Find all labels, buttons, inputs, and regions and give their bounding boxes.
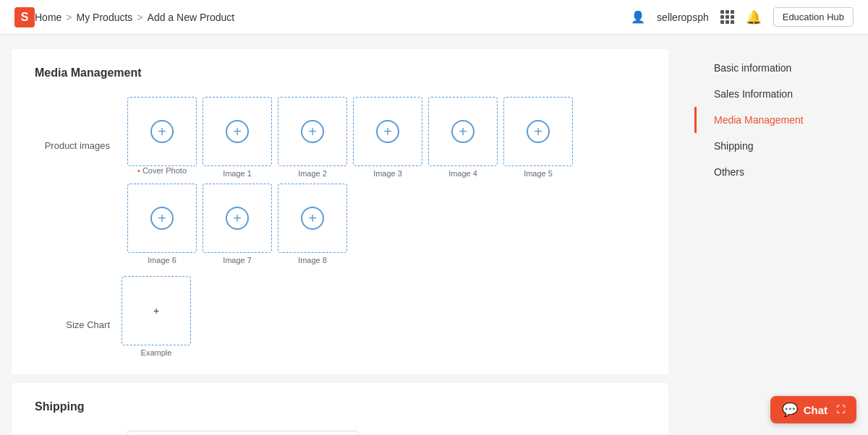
- size-chart-example-label: Example: [141, 348, 172, 357]
- logo: S: [14, 7, 35, 27]
- image-3-plus-icon: +: [376, 120, 399, 143]
- breadcrumb-home[interactable]: Home: [35, 12, 61, 23]
- breadcrumb-current-page: Add a New Product: [148, 12, 235, 23]
- weight-input[interactable]: [127, 431, 359, 435]
- size-chart-row: Size Chart + Example: [35, 276, 645, 357]
- cover-photo-plus-icon: +: [150, 120, 174, 143]
- image-5-upload[interactable]: +: [503, 97, 573, 166]
- image-2-label: Image 2: [298, 169, 327, 178]
- page-wrapper: Media Management Product images + • Cove…: [0, 0, 868, 435]
- nav-item-sales-information[interactable]: Sales Information: [694, 81, 868, 107]
- image-7-upload[interactable]: +: [203, 184, 272, 253]
- image-8-label: Image 8: [298, 256, 327, 264]
- image-4-plus-icon: +: [451, 120, 475, 143]
- product-images-row: Product images + • Cover Photo: [35, 97, 645, 264]
- image-2-plus-icon: +: [301, 120, 324, 143]
- cover-photo-label: • Cover Photo: [137, 166, 187, 175]
- image-8-plus-icon: +: [301, 207, 324, 230]
- media-management-title: Media Management: [35, 66, 645, 79]
- image-5-label: Image 5: [524, 169, 553, 178]
- breadcrumb-my-products[interactable]: My Products: [77, 12, 133, 23]
- apps-grid-icon[interactable]: [720, 10, 734, 24]
- size-chart-plus-icon: +: [153, 305, 159, 316]
- image-5-plus-icon: +: [527, 120, 550, 143]
- breadcrumb: Home > My Products > Add a New Product: [35, 12, 234, 23]
- breadcrumb-separator-1: >: [66, 12, 72, 23]
- username-label: selleropsph: [657, 12, 709, 23]
- cover-photo-upload[interactable]: +: [127, 97, 197, 166]
- chat-button[interactable]: 💬 Chat ⛶: [770, 396, 856, 423]
- breadcrumb-separator-2: >: [137, 12, 142, 23]
- images-row-2: + Image 6 + Image 7: [127, 184, 573, 264]
- image-6-upload[interactable]: +: [127, 184, 197, 253]
- notification-bell-icon[interactable]: 🔔: [746, 9, 762, 25]
- nav-sidebar: Basic information Sales Information Medi…: [694, 49, 868, 191]
- shopee-logo-icon: S: [14, 7, 35, 27]
- size-chart-label: Size Chart: [35, 276, 122, 330]
- header-right: 👤 selleropsph 🔔 Education Hub: [631, 7, 854, 27]
- expand-icon: ⛶: [836, 405, 845, 415]
- header: S Home > My Products > Add a New Product…: [0, 0, 868, 35]
- image-1-label: Image 1: [223, 169, 252, 178]
- image-4-upload[interactable]: +: [428, 97, 498, 166]
- image-7-label: Image 7: [223, 256, 252, 264]
- nav-item-media-management[interactable]: Media Management: [694, 107, 868, 133]
- image-2-upload[interactable]: +: [278, 97, 347, 166]
- images-row-1: + • Cover Photo + Image 1: [127, 97, 573, 178]
- education-hub-button[interactable]: Education Hub: [773, 7, 854, 27]
- main-content: Media Management Product images + • Cove…: [0, 35, 680, 435]
- image-3-label: Image 3: [373, 169, 402, 178]
- image-1-plus-icon: +: [226, 120, 249, 143]
- nav-item-shipping[interactable]: Shipping: [694, 133, 868, 159]
- shipping-section: Shipping * Weight kg: [12, 383, 668, 435]
- image-7-plus-icon: +: [226, 207, 249, 230]
- size-chart-upload[interactable]: +: [122, 276, 191, 345]
- nav-item-others[interactable]: Others: [694, 159, 868, 185]
- image-6-plus-icon: +: [150, 207, 174, 230]
- image-1-upload[interactable]: +: [203, 97, 272, 166]
- weight-row: * Weight kg: [35, 431, 645, 435]
- nav-item-basic-information[interactable]: Basic information: [694, 55, 868, 81]
- media-management-section: Media Management Product images + • Cove…: [12, 49, 668, 374]
- right-sidebar: Basic information Sales Information Medi…: [694, 35, 868, 435]
- product-images-label: Product images: [35, 97, 122, 151]
- shipping-title: Shipping: [35, 400, 645, 413]
- chat-icon: 💬: [782, 402, 798, 418]
- image-8-upload[interactable]: +: [278, 184, 347, 253]
- chat-label: Chat: [804, 404, 827, 416]
- user-icon: 👤: [631, 10, 645, 24]
- image-3-upload[interactable]: +: [353, 97, 422, 166]
- image-4-label: Image 4: [448, 169, 477, 178]
- image-6-label: Image 6: [148, 256, 176, 264]
